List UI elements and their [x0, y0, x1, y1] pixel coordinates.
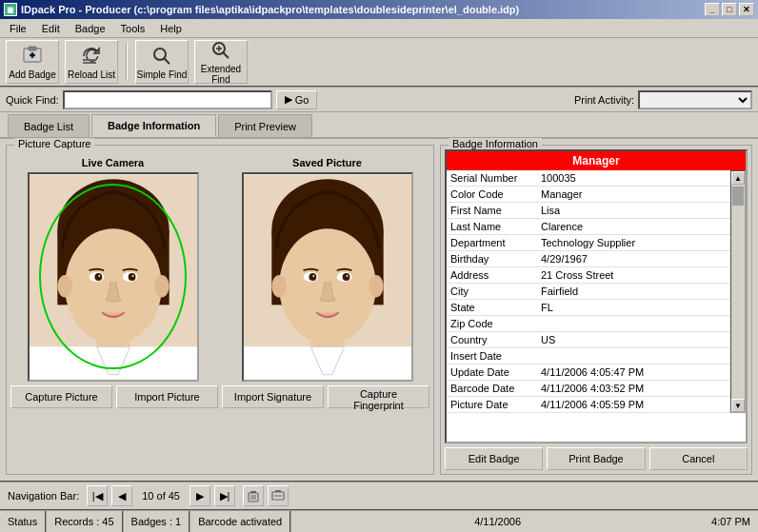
badge-info-row: Birthday4/29/1967 — [447, 251, 730, 267]
capture-picture-button[interactable]: Capture Picture — [10, 385, 112, 408]
menu-help[interactable]: Help — [154, 21, 188, 36]
go-button[interactable]: ▶ Go — [276, 90, 318, 109]
menu-edit[interactable]: Edit — [36, 21, 66, 36]
badge-info-row: Serial Number100035 — [447, 170, 730, 187]
saved-picture-label: Saved Picture — [292, 157, 362, 168]
nav-extra-button[interactable] — [268, 485, 289, 506]
field-label: First Name — [447, 203, 537, 219]
svg-point-26 — [131, 275, 133, 277]
svg-point-42 — [346, 275, 348, 277]
print-activity-label: Print Activity: — [574, 94, 634, 106]
svg-line-10 — [224, 53, 229, 59]
menu-file[interactable]: File — [4, 21, 32, 36]
field-label: State — [447, 300, 537, 316]
tab-badge-information[interactable]: Badge Information — [91, 114, 216, 137]
field-label: Zip Code — [447, 316, 537, 332]
tab-print-preview[interactable]: Print Preview — [218, 114, 312, 137]
field-value: Fairfield — [537, 284, 730, 300]
scroll-up-arrow[interactable]: ▲ — [731, 171, 745, 185]
simple-find-button[interactable]: Simple Find — [135, 40, 189, 84]
print-activity-select[interactable] — [638, 90, 752, 109]
records-count: Records : 45 — [54, 516, 113, 527]
tabs-bar: Badge List Badge Information Print Previ… — [0, 112, 758, 139]
nav-prev-button[interactable]: ◀ — [111, 485, 132, 506]
extended-find-icon — [209, 39, 232, 62]
menu-tools[interactable]: Tools — [115, 21, 151, 36]
field-value: FL — [537, 300, 730, 316]
title-bar: ▣ IDpack Pro - Producer (c:\program file… — [0, 0, 758, 19]
edit-badge-button[interactable]: Edit Badge — [445, 447, 543, 470]
nav-delete-button[interactable] — [243, 485, 264, 506]
cancel-button[interactable]: Cancel — [649, 447, 748, 470]
close-button[interactable]: ✕ — [739, 3, 754, 16]
import-picture-button[interactable]: Import Picture — [116, 385, 218, 408]
nav-first-button[interactable]: |◀ — [87, 485, 108, 506]
field-value — [537, 348, 730, 365]
table-scroll-container: Serial Number100035Color CodeManagerFirs… — [447, 170, 746, 413]
svg-rect-1 — [29, 47, 36, 50]
badge-info-row: CityFairfield — [447, 284, 730, 300]
field-label: Last Name — [447, 219, 537, 235]
table-scroll-area: Serial Number100035Color CodeManagerFirs… — [447, 170, 730, 413]
maximize-button[interactable]: □ — [722, 3, 737, 16]
badge-info-row: Picture Date4/11/2006 4:05:59 PM — [447, 397, 730, 413]
add-badge-label: Add Badge — [9, 69, 56, 80]
field-value: Manager — [537, 187, 730, 203]
svg-rect-51 — [275, 490, 281, 492]
go-arrow-icon: ▶ — [285, 93, 292, 106]
badge-manager-header: Manager — [447, 151, 746, 170]
picture-capture-panel: Picture Capture Live Camera — [6, 145, 434, 475]
date-section: 4/11/2006 — [467, 511, 529, 532]
svg-point-25 — [98, 275, 100, 277]
vertical-scrollbar[interactable]: ▲ ▼ — [730, 170, 746, 413]
menu-badge[interactable]: Badge — [70, 21, 111, 36]
nav-next-button[interactable]: ▶ — [190, 485, 210, 506]
field-value: Lisa — [537, 203, 730, 219]
badge-info-row: Barcode Date4/11/2006 4:03:52 PM — [447, 381, 730, 397]
svg-point-23 — [94, 273, 102, 281]
live-camera-col: Live Camera — [28, 157, 199, 382]
records-section: Records : 45 — [47, 511, 123, 532]
saved-picture-col: Saved Picture — [242, 157, 413, 382]
field-label: Picture Date — [447, 397, 537, 413]
status-time: 4:07 PM — [711, 516, 750, 527]
nav-bar-label: Navigation Bar: — [8, 490, 79, 502]
menu-bar: File Edit Badge Tools Help — [0, 19, 758, 38]
svg-point-28 — [154, 275, 170, 297]
field-label: Barcode Date — [447, 381, 537, 397]
time-section: 4:07 PM — [704, 511, 758, 532]
simple-find-label: Simple Find — [137, 69, 188, 80]
app-icon: ▣ — [4, 3, 17, 16]
svg-point-43 — [271, 275, 287, 297]
nav-last-button[interactable]: ▶| — [214, 485, 235, 506]
status-date: 4/11/2006 — [474, 516, 521, 527]
import-signature-button[interactable]: Import Signature — [222, 385, 324, 408]
quickfind-input[interactable] — [63, 90, 272, 109]
field-value: US — [537, 332, 730, 348]
field-label: Address — [447, 267, 537, 284]
extended-find-button[interactable]: Extended Find — [194, 40, 248, 84]
capture-fingerprint-button[interactable]: Capture Fingerprint — [328, 385, 429, 408]
add-badge-icon — [21, 45, 44, 68]
badge-info-row: CountryUS — [447, 332, 730, 348]
svg-rect-46 — [250, 491, 256, 493]
reload-list-button[interactable]: Reload List — [65, 40, 118, 84]
badge-info-row: Last NameClarence — [447, 219, 730, 235]
badge-info-row: StateFL — [447, 300, 730, 316]
tab-badge-list[interactable]: Badge List — [8, 114, 90, 137]
field-value: 4/29/1967 — [537, 251, 730, 267]
field-label: Birthday — [447, 251, 537, 267]
scroll-thumb[interactable] — [732, 187, 744, 206]
field-value: 4/11/2006 4:05:47 PM — [537, 365, 730, 381]
picture-row: Live Camera — [10, 157, 429, 382]
badge-info-row: Address21 Cross Street — [447, 267, 730, 284]
field-value: Technology Supplier — [537, 235, 730, 251]
print-badge-button[interactable]: Print Badge — [547, 447, 645, 470]
scroll-down-arrow[interactable]: ▼ — [731, 399, 745, 412]
capture-buttons-bar: Capture Picture Import Picture Import Si… — [10, 385, 429, 408]
add-badge-button[interactable]: Add Badge — [6, 40, 59, 84]
badges-section: Badges : 1 — [124, 511, 191, 532]
badge-info-table-container: Manager Serial Number100035Color CodeMan… — [445, 149, 748, 443]
main-content: Picture Capture Live Camera — [0, 139, 758, 481]
minimize-button[interactable]: _ — [705, 3, 720, 16]
